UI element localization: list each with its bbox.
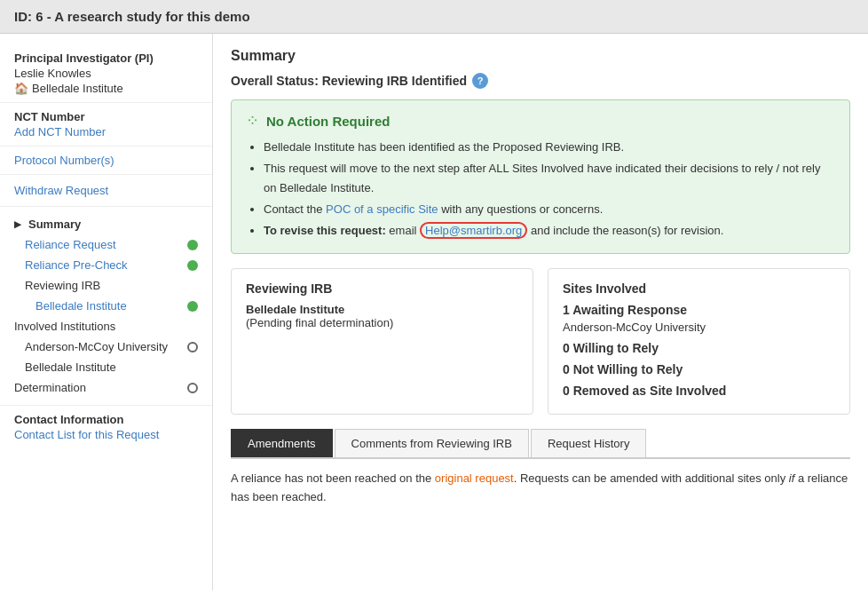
contact-label: Contact Information xyxy=(14,413,198,426)
nav-label-reviewing-irb: Reviewing IRB xyxy=(25,279,100,292)
nav-item-determination[interactable]: Determination xyxy=(0,377,212,398)
protocol-link[interactable]: Protocol Number(s) xyxy=(14,154,114,167)
email-link[interactable]: Help@smartirb.org xyxy=(425,224,522,237)
pi-name: Leslie Knowles xyxy=(14,67,198,80)
nav-label-determination: Determination xyxy=(14,381,86,394)
original-request-text: original request xyxy=(435,471,514,485)
nav-label-summary: Summary xyxy=(28,218,81,231)
sidebar: Principal Investigator (PI) Leslie Knowl… xyxy=(0,34,213,590)
nav-label-anderson-mccoy: Anderson-McCoy University xyxy=(25,340,168,353)
main-layout: Principal Investigator (PI) Leslie Knowl… xyxy=(0,34,868,590)
nav-item-involved-institutions: Involved Institutions xyxy=(0,316,212,337)
removed-count: 0 Removed as Site Involved xyxy=(563,384,835,398)
reviewing-irb-status: (Pending final determination) xyxy=(246,316,518,329)
sites-involved-title: Sites Involved xyxy=(563,281,835,296)
tab-amendments[interactable]: Amendments xyxy=(231,429,333,457)
willing-rely-count: 0 Willing to Rely xyxy=(563,341,835,355)
help-icon[interactable]: ? xyxy=(472,73,488,89)
pi-institution: Belledale Institute xyxy=(32,82,123,95)
notice-header: ⁘ No Action Required xyxy=(246,111,835,131)
reviewing-irb-title: Reviewing IRB xyxy=(246,281,518,296)
pi-section: Principal Investigator (PI) Leslie Knowl… xyxy=(0,44,212,103)
page-header: ID: 6 - A research study for this demo xyxy=(0,0,868,34)
nav-item-reviewing-irb[interactable]: Reviewing IRB xyxy=(0,275,212,296)
notice-item-3: Contact the POC of a specific Site with … xyxy=(264,200,835,219)
nav-item-belledale-inst[interactable]: Belledale Institute xyxy=(0,357,212,377)
notice-title: No Action Required xyxy=(266,114,390,129)
poc-link[interactable]: POC of a specific Site xyxy=(326,202,438,216)
arrow-icon: ▶ xyxy=(14,219,21,229)
reviewing-irb-name: Belledale Institute xyxy=(246,303,518,316)
bottom-text: A reliance has not been reached on the o… xyxy=(231,470,850,507)
main-content: Summary Overall Status: Reviewing IRB Id… xyxy=(213,34,868,590)
overall-status-text: Overall Status: Reviewing IRB Identified xyxy=(231,74,467,88)
email-highlight: Help@smartirb.org xyxy=(420,222,527,239)
nav-item-summary[interactable]: ▶ Summary xyxy=(0,214,212,234)
notice-box: ⁘ No Action Required Belledale Institute… xyxy=(231,99,850,254)
overall-status: Overall Status: Reviewing IRB Identified… xyxy=(231,73,850,89)
not-willing-rely-count: 0 Not Willing to Rely xyxy=(563,362,835,376)
tab-comments[interactable]: Comments from Reviewing IRB xyxy=(335,429,529,457)
notice-list: Belledale Institute has been identified … xyxy=(246,138,835,241)
nav-label-reliance-request: Reliance Request xyxy=(25,238,116,251)
contact-list-link[interactable]: Contact List for this Request xyxy=(14,428,159,441)
status-circle-determination xyxy=(187,383,198,393)
nav-item-belledale-irb[interactable]: Belledale Institute xyxy=(0,296,212,316)
summary-title: Summary xyxy=(231,48,850,64)
notice-item-4: To revise this request: email Help@smart… xyxy=(264,221,835,241)
status-dot-belledale-irb xyxy=(187,301,198,312)
nct-section: NCT Number Add NCT Number xyxy=(0,103,212,147)
tab-request-history[interactable]: Request History xyxy=(531,429,646,457)
nav-label-reliance-precheck: Reliance Pre-Check xyxy=(25,258,128,272)
tabs-bar: Amendments Comments from Reviewing IRB R… xyxy=(231,429,850,459)
nav-item-anderson-mccoy[interactable]: Anderson-McCoy University xyxy=(0,337,212,357)
withdraw-link[interactable]: Withdraw Request xyxy=(14,184,108,197)
withdraw-section: Withdraw Request xyxy=(0,175,212,207)
add-nct-link[interactable]: Add NCT Number xyxy=(14,125,106,139)
pi-label: Principal Investigator (PI) xyxy=(14,51,198,65)
nav-label-belledale-inst: Belledale Institute xyxy=(25,360,116,374)
notice-item-1: Belledale Institute has been identified … xyxy=(264,138,835,157)
two-col-section: Reviewing IRB Belledale Institute (Pendi… xyxy=(231,268,850,415)
nav-item-reliance-precheck[interactable]: Reliance Pre-Check xyxy=(0,255,212,275)
awaiting-response-count: 1 Awaiting Response xyxy=(563,303,835,317)
nav-section: ▶ Summary Reliance Request Reliance Pre-… xyxy=(0,207,212,405)
nav-item-reliance-request[interactable]: Reliance Request xyxy=(0,234,212,255)
awaiting-response-inst: Anderson-McCoy University xyxy=(563,321,835,334)
reviewing-irb-box: Reviewing IRB Belledale Institute (Pendi… xyxy=(231,268,533,415)
status-circle-anderson-mccoy xyxy=(187,342,198,352)
nav-label-involved-institutions: Involved Institutions xyxy=(14,320,115,333)
nav-label-belledale-irb: Belledale Institute xyxy=(36,299,127,313)
page-title: ID: 6 - A research study for this demo xyxy=(14,9,250,24)
status-dot-reliance-precheck xyxy=(187,260,198,271)
nct-label: NCT Number xyxy=(14,110,198,123)
home-icon: 🏠 xyxy=(14,82,28,95)
status-dot-reliance-request xyxy=(187,240,198,250)
dots-icon: ⁘ xyxy=(246,111,259,131)
sites-involved-box: Sites Involved 1 Awaiting Response Ander… xyxy=(548,268,850,415)
notice-item-2: This request will move to the next step … xyxy=(264,159,835,198)
contact-section: Contact Information Contact List for thi… xyxy=(0,405,212,448)
protocol-section: Protocol Number(s) xyxy=(0,147,212,175)
